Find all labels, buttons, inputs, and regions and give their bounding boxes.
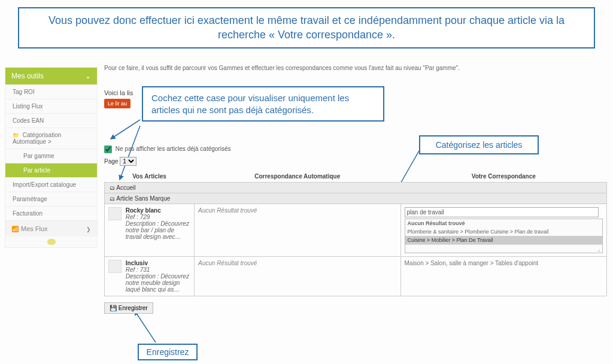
article-thumbnail (108, 207, 122, 220)
main-content: Pour ce faire, il vous suffit de parcour… (104, 65, 607, 314)
group-sans-marque[interactable]: Article Sans Marque (105, 193, 607, 204)
correspondence-input[interactable] (405, 207, 599, 217)
article-desc: Description : Découvrez notre bar / plan… (126, 220, 190, 240)
suggest-resize[interactable]: ⌟ (405, 244, 603, 253)
group-accueil[interactable]: Accueil (105, 183, 607, 193)
sidebar-item-codes-ean[interactable]: Codes EAN (5, 113, 97, 128)
col-articles: Vos Articles (105, 171, 195, 183)
folder-icon (110, 184, 115, 191)
filter-row: Ne pas afficher les articles déjà catégo… (104, 145, 607, 153)
instruction-text: Pour ce faire, il vous suffit de parcour… (104, 65, 607, 71)
save-button[interactable]: 💾 Enregistrer (104, 302, 153, 314)
sidebar-item-par-gamme[interactable]: Par gamme (5, 148, 97, 163)
suggest-header: Aucun Résultat trouvé (405, 219, 603, 228)
lire-button[interactable]: Le lir au (104, 99, 131, 108)
sidebar-header-flux[interactable]: Mes Flux (5, 220, 97, 236)
article-ref: Ref : 729 (126, 214, 190, 220)
pager: Page 1 (104, 157, 607, 166)
sidebar-header-tools[interactable]: Mes outils (5, 68, 97, 84)
chevron-right-icon (86, 225, 91, 232)
suggest-item-highlighted[interactable]: Cuisine > Mobilier > Plan De Travail (405, 236, 603, 244)
folder-icon (110, 195, 115, 202)
sidebar: Mes outils Tag ROI Listing Flux Codes EA… (5, 67, 98, 248)
sidebar-item-listing-flux[interactable]: Listing Flux (5, 99, 97, 113)
sidebar-item-facturation[interactable]: Facturation (5, 206, 97, 220)
sidebar-header-label: Mes outils (11, 72, 44, 80)
tree-icon (13, 132, 21, 138)
article-ref: Ref : 731 (126, 266, 190, 273)
col-your: Votre Correspondance (400, 171, 607, 183)
sidebar-item-tag-roi[interactable]: Tag ROI (5, 84, 97, 99)
auto-result: Aucun Résultat trouvé (198, 207, 257, 214)
callout-save: Enregistrez (138, 344, 198, 360)
suggestion-dropdown: Aucun Résultat trouvé Plomberie & sanita… (405, 219, 603, 253)
table-row: Rocky blanc Ref : 729 Description : Déco… (105, 204, 607, 257)
articles-table: Vos Articles Correspondance Automatique … (104, 171, 607, 296)
article-desc: Description : Découvrez notre meuble des… (126, 273, 190, 293)
page-label: Page (104, 158, 118, 165)
article-title: Inclusiv (126, 260, 190, 266)
save-row: 💾 Enregistrer (104, 302, 607, 314)
table-row: Inclusiv Ref : 731 Description : Découvr… (105, 257, 607, 296)
rss-icon (11, 225, 21, 232)
page-select[interactable]: 1 (120, 157, 136, 166)
callout-summary: Vous pouvez donc effectuer ici exactemen… (18, 7, 595, 48)
sidebar-collapse-toggle[interactable] (5, 236, 97, 247)
suggest-item[interactable]: Plomberie & sanitaire > Plomberie Cuisin… (405, 228, 603, 236)
svg-line-3 (135, 311, 156, 342)
hide-categorized-checkbox[interactable] (104, 145, 112, 153)
sidebar-item-import-export[interactable]: Import/Export catalogue (5, 177, 97, 192)
sidebar-item-par-article[interactable]: Par article (5, 163, 97, 177)
article-thumbnail (108, 260, 122, 273)
correspondence-value: Maison > Salon, salle à manger > Tables … (405, 260, 539, 266)
sidebar-item-parametrage[interactable]: Paramétrage (5, 192, 97, 206)
col-auto: Correspondance Automatique (195, 171, 401, 183)
auto-result: Aucun Résultat trouvé (198, 260, 257, 266)
chevron-down-icon (85, 72, 91, 80)
list-intro: Voici la lis (104, 89, 607, 96)
sidebar-item-categorisation[interactable]: Catégorisation Automatique > (5, 128, 97, 148)
article-title: Rocky blanc (126, 207, 190, 214)
checkbox-label: Ne pas afficher les articles déjà catégo… (116, 145, 231, 152)
